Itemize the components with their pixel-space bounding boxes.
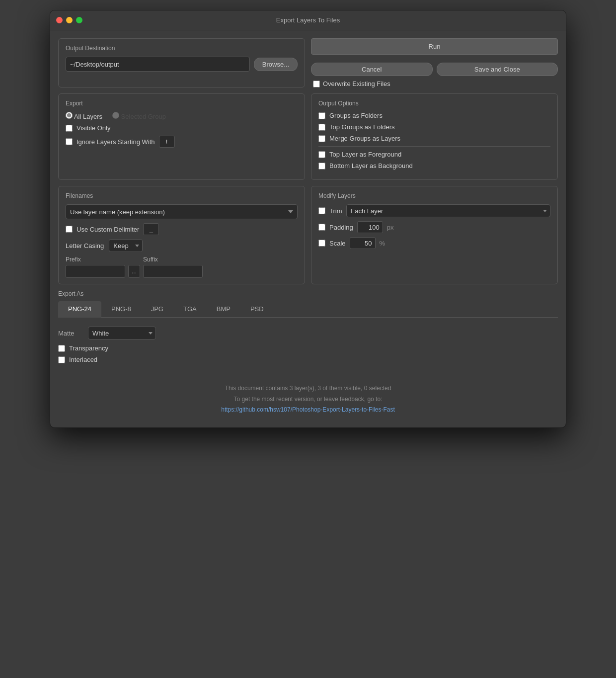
scale-label[interactable]: Scale — [329, 240, 346, 247]
suffix-input[interactable] — [143, 265, 203, 278]
groups-as-folders-label[interactable]: Groups as Folders — [318, 112, 383, 119]
all-layers-radio[interactable] — [66, 112, 73, 119]
divider-1 — [318, 146, 550, 147]
trim-select[interactable]: Each Layer All Layers No Trim — [346, 204, 550, 217]
scale-input[interactable] — [350, 237, 376, 249]
save-and-close-button[interactable]: Save and Close — [437, 63, 558, 76]
scale-row: Scale % — [318, 237, 550, 249]
padding-unit: px — [387, 224, 394, 231]
ignore-label[interactable]: Ignore Layers Starting With — [77, 138, 155, 146]
top-groups-as-folders-row: Top Groups as Folders — [318, 123, 550, 131]
transparency-label[interactable]: Transparency — [58, 344, 108, 352]
visible-only-row: Visible Only — [66, 124, 298, 132]
merge-groups-checkbox[interactable] — [318, 135, 325, 142]
padding-input[interactable] — [357, 221, 383, 233]
top-groups-as-folders-label[interactable]: Top Groups as Folders — [318, 123, 395, 131]
modify-layers-panel: Modify Layers Trim Each Layer All Layers… — [311, 186, 558, 284]
overwrite-label[interactable]: Overwrite Existing Files — [323, 80, 390, 87]
bottom-layer-bg-checkbox[interactable] — [318, 163, 325, 170]
letter-casing-label: Letter Casing — [66, 242, 104, 250]
ellipsis-button[interactable]: ... — [128, 265, 140, 278]
interlaced-label[interactable]: Interlaced — [58, 356, 97, 363]
filenames-panel: Filenames Use layer name (keep extension… — [58, 186, 305, 284]
export-radio-group: All Layers Selected Group — [66, 112, 298, 120]
transparency-row: Transparency — [58, 344, 558, 352]
export-panel: Export All Layers Selected Group Visible… — [58, 93, 305, 180]
right-top-area: Run Cancel Save and Close Overwrite Exis… — [311, 38, 558, 87]
ignore-layers-row: Ignore Layers Starting With — [66, 136, 298, 148]
visible-only-checkbox[interactable] — [66, 125, 73, 132]
overwrite-checkbox[interactable] — [313, 81, 320, 87]
casing-select[interactable]: Keep Lower Upper — [109, 239, 143, 252]
maximize-button[interactable] — [76, 17, 82, 23]
export-as-section: Export As PNG-24 PNG-8 JPG TGA BMP PSD M… — [58, 290, 558, 369]
padding-row: Padding px — [318, 221, 550, 233]
prefix-suffix-row: Prefix ... Suffix — [66, 256, 298, 278]
top-layer-fg-label[interactable]: Top Layer as Foreground — [318, 151, 401, 158]
trim-label[interactable]: Trim — [329, 207, 342, 215]
custom-delimiter-label[interactable]: Use Custom Delimiter — [77, 226, 139, 233]
prefix-label: Prefix — [66, 256, 125, 263]
delimiter-input[interactable] — [143, 223, 159, 235]
cancel-button[interactable]: Cancel — [311, 63, 433, 76]
tab-png24[interactable]: PNG-24 — [58, 301, 101, 318]
all-layers-label[interactable]: All Layers — [66, 112, 102, 120]
overwrite-row: Overwrite Existing Files — [311, 80, 558, 87]
top-layer-fg-row: Top Layer as Foreground — [318, 151, 550, 158]
suffix-label: Suffix — [143, 256, 203, 263]
tab-psd[interactable]: PSD — [240, 301, 274, 318]
footer-link[interactable]: https://github.com/hsw107/Photoshop-Expo… — [221, 406, 395, 413]
trim-checkbox[interactable] — [318, 207, 325, 214]
traffic-lights — [56, 17, 82, 23]
run-button[interactable]: Run — [311, 38, 558, 55]
padding-checkbox[interactable] — [318, 224, 325, 231]
close-button[interactable] — [56, 17, 63, 23]
trim-row: Trim Each Layer All Layers No Trim — [318, 204, 550, 217]
minimize-button[interactable] — [66, 17, 73, 23]
merge-groups-label[interactable]: Merge Groups as Layers — [318, 135, 400, 142]
tab-bmp[interactable]: BMP — [207, 301, 240, 318]
tab-tga[interactable]: TGA — [173, 301, 207, 318]
tab-png8[interactable]: PNG-8 — [101, 301, 141, 318]
matte-label: Matte — [58, 330, 83, 337]
bottom-layer-bg-row: Bottom Layer as Background — [318, 162, 550, 170]
matte-row: Matte White Black None Foreground Color … — [58, 327, 558, 339]
custom-delimiter-checkbox[interactable] — [66, 226, 73, 233]
letter-casing-row: Letter Casing Keep Lower Upper — [66, 239, 298, 252]
padding-label[interactable]: Padding — [329, 224, 353, 231]
output-destination-panel: Output Destination Browse... — [58, 38, 305, 87]
tab-content: Matte White Black None Foreground Color … — [58, 325, 558, 369]
top-layer-fg-checkbox[interactable] — [318, 151, 325, 158]
window-title: Export Layers To Files — [276, 16, 340, 24]
selected-group-radio[interactable] — [112, 112, 119, 119]
matte-select[interactable]: White Black None Foreground Color Backgr… — [88, 327, 156, 339]
groups-as-folders-checkbox[interactable] — [318, 112, 325, 119]
destination-row: Browse... — [66, 57, 298, 72]
browse-button[interactable]: Browse... — [254, 58, 298, 71]
groups-as-folders-row: Groups as Folders — [318, 112, 550, 119]
action-buttons: Cancel Save and Close — [311, 63, 558, 76]
suffix-col: Suffix — [143, 256, 203, 278]
output-options-panel: Output Options Groups as Folders Top Gro… — [311, 93, 558, 180]
bottom-layer-bg-label[interactable]: Bottom Layer as Background — [318, 162, 413, 170]
visible-only-label[interactable]: Visible Only — [66, 124, 110, 132]
naming-select[interactable]: Use layer name (keep extension) Use laye… — [66, 204, 298, 219]
ignore-checkbox[interactable] — [66, 138, 73, 145]
tabs-bar: PNG-24 PNG-8 JPG TGA BMP PSD — [58, 301, 558, 318]
prefix-input[interactable] — [66, 265, 125, 278]
scale-checkbox[interactable] — [318, 240, 325, 247]
scale-unit: % — [380, 240, 385, 247]
footer-line1: This document contains 3 layer(s), 3 of … — [58, 383, 558, 394]
delimiter-row: Use Custom Delimiter — [66, 223, 298, 235]
top-groups-as-folders-checkbox[interactable] — [318, 124, 325, 131]
interlaced-checkbox[interactable] — [58, 356, 65, 363]
transparency-checkbox[interactable] — [58, 345, 65, 352]
tab-jpg[interactable]: JPG — [141, 301, 173, 318]
ignore-input[interactable] — [159, 136, 175, 148]
selected-group-label[interactable]: Selected Group — [112, 112, 166, 120]
filenames-title: Filenames — [66, 192, 298, 199]
path-input[interactable] — [66, 57, 250, 72]
export-as-title: Export As — [58, 290, 558, 297]
export-panel-title: Export — [66, 100, 298, 107]
footer: This document contains 3 layer(s), 3 of … — [58, 375, 558, 420]
